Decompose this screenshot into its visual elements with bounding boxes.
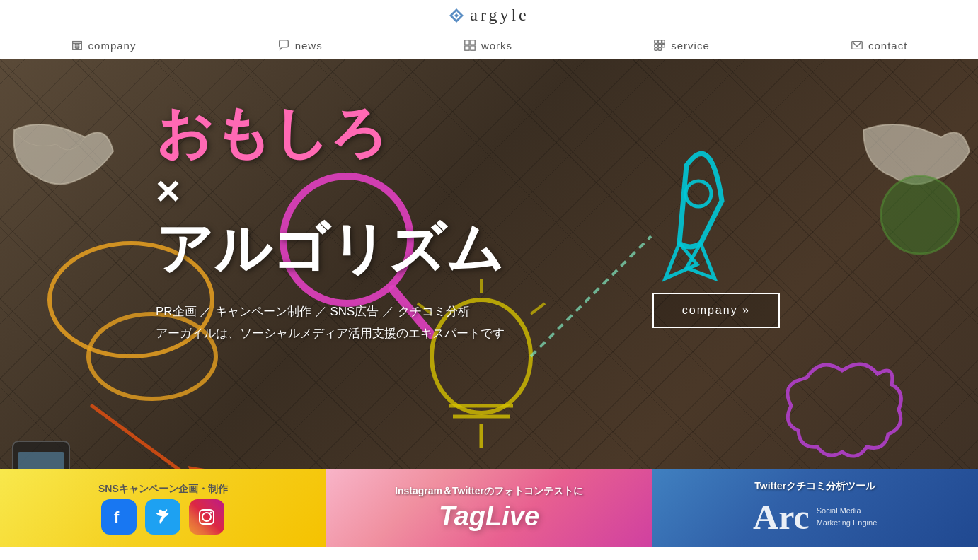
nav-label-service: service [671, 40, 710, 52]
nav-label-works: works [481, 40, 512, 52]
building-icon [71, 39, 84, 52]
svg-rect-13 [471, 46, 475, 50]
svg-rect-18 [658, 44, 662, 47]
svg-point-44 [210, 511, 212, 513]
hero-content: おもしろ × アルゴリズム PR企画 ／ キャンペーン制作 ／ SNS広告 ／ … [0, 59, 978, 344]
svg-rect-5 [77, 44, 79, 45]
hero-title-line1: おもしろ [156, 101, 388, 164]
svg-rect-16 [662, 40, 665, 44]
hero-section: おもしろ × アルゴリズム PR企画 ／ キャンペーン制作 ／ SNS広告 ／ … [0, 59, 978, 547]
svg-rect-11 [471, 40, 475, 45]
bottom-cards: SNSキャンペーン企画・制作 f [0, 469, 978, 547]
svg-rect-17 [655, 44, 658, 47]
svg-rect-9 [76, 49, 79, 50]
card-arc-label: Twitterクチコミ分析ツール [754, 480, 875, 493]
svg-rect-4 [75, 44, 76, 45]
facebook-icon: f [101, 499, 137, 535]
nav-item-works[interactable]: works [464, 39, 512, 52]
card-arc-subtitle: Social Media Marketing Engine [817, 505, 878, 528]
company-cta-button[interactable]: company » [652, 293, 780, 328]
card-taglive[interactable]: Instagram＆Twitterのフォトコンテストに TagLive [326, 469, 652, 547]
hero-desc-line2: アーガイルは、ソーシャルメディア活用支援のエキスパートです [156, 323, 978, 345]
hero-title-line2: アルゴリズム [156, 217, 504, 280]
hero-title-cross: × [156, 168, 978, 214]
card-arc-subtitle-line1: Social Media [817, 505, 878, 517]
card-arc-brand: Arc [753, 496, 810, 537]
svg-rect-14 [655, 40, 658, 44]
svg-rect-10 [465, 40, 469, 45]
svg-rect-20 [655, 48, 658, 51]
logo-diamond-icon [449, 8, 464, 23]
card-sns-label: SNSキャンペーン企画・制作 [98, 483, 228, 496]
svg-rect-21 [658, 48, 662, 51]
chat-icon [277, 39, 290, 52]
card-taglive-brand: TagLive [439, 501, 539, 532]
nav-label-company: company [88, 40, 137, 52]
logo-text: argyle [470, 6, 529, 25]
svg-rect-7 [77, 47, 79, 48]
header: argyle company news wo [0, 0, 978, 59]
logo[interactable]: argyle [449, 6, 529, 25]
instagram-icon [189, 499, 224, 535]
svg-text:f: f [114, 508, 120, 526]
mail-icon [851, 39, 863, 52]
apps-icon [653, 39, 666, 52]
card-arc-brand-area: Arc Social Media Marketing Engine [753, 496, 877, 537]
svg-point-43 [202, 513, 211, 521]
svg-rect-15 [658, 40, 662, 44]
nav-item-company[interactable]: company [71, 39, 137, 52]
card-sns-icons: f [101, 499, 224, 535]
nav-label-news: news [295, 40, 323, 52]
hero-description: PR企画 ／ キャンペーン制作 ／ SNS広告 ／ クチコミ分析 アーガイルは、… [156, 301, 978, 344]
card-arc[interactable]: Twitterクチコミ分析ツール Arc Social Media Market… [652, 469, 978, 547]
svg-rect-6 [75, 47, 76, 48]
twitter-icon [145, 499, 180, 535]
hero-desc-line1: PR企画 ／ キャンペーン制作 ／ SNS広告 ／ クチコミ分析 [156, 301, 978, 323]
card-taglive-label: Instagram＆Twitterのフォトコンテストに [395, 485, 583, 498]
grid-icon [464, 39, 476, 52]
nav-label-contact: contact [868, 40, 907, 52]
card-arc-subtitle-line2: Marketing Engine [817, 517, 878, 529]
hero-title: おもしろ × アルゴリズム [156, 102, 978, 280]
nav-item-contact[interactable]: contact [851, 39, 907, 52]
main-nav: company news works service [0, 32, 978, 59]
svg-rect-12 [465, 46, 469, 50]
svg-rect-19 [662, 44, 665, 47]
nav-item-service[interactable]: service [653, 39, 710, 52]
card-sns[interactable]: SNSキャンペーン企画・制作 f [0, 469, 326, 547]
nav-item-news[interactable]: news [277, 39, 323, 52]
